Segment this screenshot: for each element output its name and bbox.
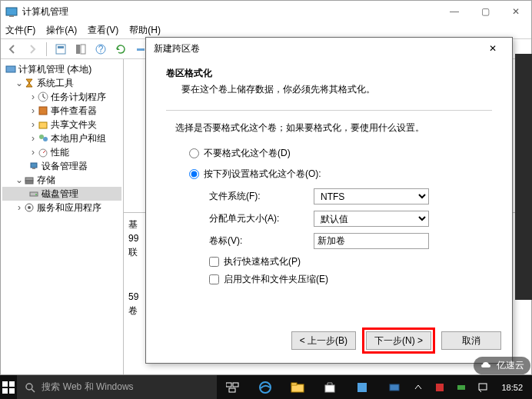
- tree-storage[interactable]: ⌄存储: [2, 173, 121, 187]
- next-button-highlight: 下一步(N) >: [362, 328, 435, 354]
- quick-format-checkbox[interactable]: [209, 257, 219, 267]
- close-button[interactable]: ✕: [500, 1, 531, 22]
- radio-no-format-label: 不要格式化这个卷(D): [204, 147, 291, 160]
- new-spanned-volume-dialog: 新建跨区卷 ✕ 卷区格式化 要在这个卷上储存数据，你必须先将其格式化。 选择是否…: [145, 37, 513, 364]
- tray-icon-1[interactable]: [432, 380, 447, 395]
- vol-label: 卷标(V):: [209, 234, 314, 248]
- task-view-icon[interactable]: [217, 375, 249, 399]
- menu-action[interactable]: 操作(A): [46, 24, 77, 37]
- edge-icon[interactable]: [249, 375, 281, 399]
- tray-up-icon[interactable]: [411, 380, 426, 395]
- tree-device-mgr[interactable]: 设备管理器: [2, 159, 121, 173]
- tool-icon-1[interactable]: [52, 41, 69, 58]
- compress-checkbox[interactable]: [209, 274, 219, 284]
- tool-icon-2[interactable]: [72, 41, 89, 58]
- tree-label: 系统工具: [37, 77, 74, 90]
- app-icon-2[interactable]: [378, 375, 411, 399]
- svg-rect-37: [357, 383, 367, 392]
- menu-view[interactable]: 查看(V): [88, 24, 118, 37]
- tree-label: 计算机管理 (本地): [18, 63, 91, 76]
- help-icon[interactable]: ?: [92, 41, 109, 58]
- dialog-heading: 卷区格式化: [166, 67, 492, 80]
- back-button[interactable]: < 上一步(B): [291, 331, 356, 350]
- titlebar[interactable]: 计算机管理 — ▢ ✕: [1, 1, 531, 22]
- svg-point-23: [28, 206, 31, 209]
- svg-rect-35: [291, 383, 297, 385]
- svg-rect-30: [226, 383, 231, 387]
- tree-task-sched[interactable]: ›任务计划程序: [2, 90, 121, 104]
- tree-services[interactable]: ›服务和应用程序: [2, 201, 121, 214]
- vol-input[interactable]: [314, 233, 429, 249]
- fs-select[interactable]: NTFS: [314, 188, 429, 204]
- clock[interactable]: 18:52: [497, 383, 527, 392]
- svg-rect-5: [81, 45, 85, 54]
- back-icon[interactable]: [4, 41, 21, 58]
- tree-label: 服务和应用程序: [37, 201, 101, 214]
- svg-rect-27: [9, 388, 15, 394]
- svg-rect-12: [39, 122, 47, 128]
- tree-label: 本地用户和组: [51, 132, 106, 145]
- svg-rect-4: [76, 45, 80, 54]
- svg-rect-38: [390, 384, 399, 391]
- alloc-select[interactable]: 默认值: [314, 211, 429, 227]
- tree-event-viewer[interactable]: ›事件查看器: [2, 104, 121, 118]
- app-icon: [5, 5, 18, 18]
- tree-systools[interactable]: ⌄系统工具: [2, 76, 121, 90]
- dialog-title: 新建跨区卷: [154, 42, 481, 55]
- svg-rect-0: [6, 8, 17, 15]
- store-icon[interactable]: [314, 375, 346, 399]
- tree-performance[interactable]: ›性能: [2, 145, 121, 159]
- svg-rect-36: [325, 385, 334, 392]
- dialog-desc: 选择是否要格式化这个卷；如果要格式化，要使用什么设置。: [166, 121, 492, 135]
- forward-icon[interactable]: [24, 41, 41, 58]
- tray-icon-2[interactable]: [454, 380, 469, 395]
- dialog-titlebar[interactable]: 新建跨区卷 ✕: [146, 38, 512, 59]
- menu-help[interactable]: 帮助(H): [129, 24, 161, 37]
- svg-rect-31: [233, 383, 238, 387]
- taskbar: 搜索 Web 和 Windows 18:52: [0, 375, 532, 399]
- alloc-label: 分配单元大小(A):: [209, 212, 314, 225]
- tray-notif-icon[interactable]: [475, 380, 490, 395]
- fs-label: 文件系统(F):: [209, 190, 314, 203]
- svg-rect-3: [58, 46, 64, 48]
- minimize-button[interactable]: —: [439, 1, 470, 22]
- radio-format[interactable]: [189, 169, 199, 179]
- svg-rect-11: [39, 107, 47, 115]
- side-strip: [515, 54, 532, 300]
- tree-disk-mgmt[interactable]: 磁盘管理: [2, 187, 121, 201]
- svg-rect-9: [6, 66, 15, 72]
- refresh-icon[interactable]: [112, 41, 129, 58]
- svg-rect-24: [2, 381, 8, 387]
- svg-point-21: [35, 194, 37, 195]
- start-button[interactable]: [0, 375, 17, 399]
- next-button[interactable]: 下一步(N) >: [366, 331, 431, 350]
- tree-shared-folders[interactable]: ›共享文件夹: [2, 118, 121, 131]
- tree-local-users[interactable]: ›本地用户和组: [2, 131, 121, 145]
- svg-rect-32: [229, 388, 235, 392]
- svg-rect-26: [2, 388, 8, 394]
- tree-label: 性能: [51, 146, 69, 159]
- menu-file[interactable]: 文件(F): [5, 24, 35, 37]
- tree-label: 事件查看器: [51, 105, 97, 118]
- svg-point-14: [43, 137, 48, 141]
- tree-label: 任务计划程序: [51, 91, 106, 104]
- cancel-button[interactable]: 取消: [441, 331, 501, 350]
- svg-rect-39: [436, 384, 444, 391]
- svg-rect-8: [137, 48, 145, 51]
- taskbar-search[interactable]: 搜索 Web 和 Windows: [17, 375, 217, 399]
- maximize-button[interactable]: ▢: [470, 1, 500, 22]
- app-icon-1[interactable]: [346, 375, 378, 399]
- tree-root[interactable]: 计算机管理 (本地): [2, 62, 121, 76]
- nav-tree: 计算机管理 (本地) ⌄系统工具 ›任务计划程序 ›事件查看器 ›共享文件夹 ›…: [1, 59, 124, 374]
- svg-rect-16: [31, 163, 37, 168]
- svg-rect-1: [9, 15, 14, 17]
- svg-point-13: [39, 135, 44, 139]
- tree-label: 设备管理器: [42, 160, 88, 173]
- radio-no-format[interactable]: [189, 148, 199, 158]
- dialog-close-button[interactable]: ✕: [481, 39, 504, 58]
- explorer-icon[interactable]: [281, 375, 314, 399]
- svg-text:?: ?: [98, 44, 104, 55]
- tree-label: 存储: [37, 174, 55, 187]
- svg-line-29: [32, 389, 35, 392]
- brand-watermark: 亿速云: [474, 357, 530, 374]
